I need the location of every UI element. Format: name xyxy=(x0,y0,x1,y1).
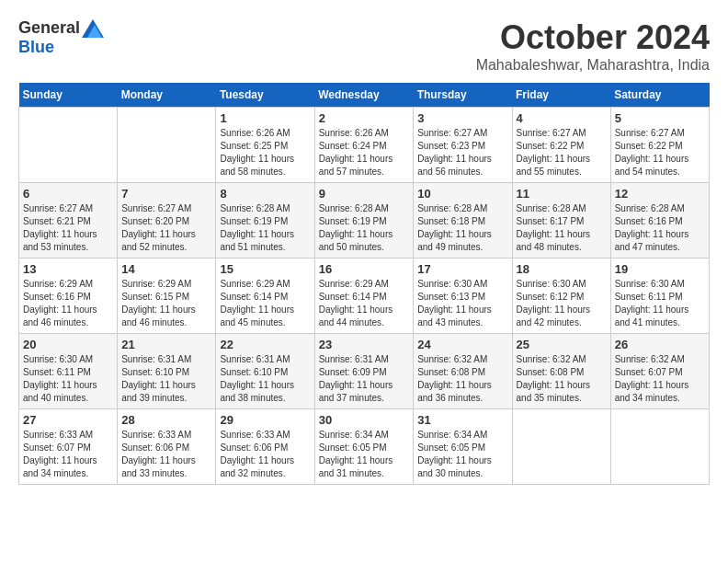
day-info: Sunrise: 6:27 AM Sunset: 6:23 PM Dayligh… xyxy=(417,127,507,178)
calendar-cell: 11Sunrise: 6:28 AM Sunset: 6:17 PM Dayli… xyxy=(512,183,610,259)
day-number: 10 xyxy=(417,187,507,201)
calendar-cell: 1Sunrise: 6:26 AM Sunset: 6:25 PM Daylig… xyxy=(216,108,314,183)
month-title: October 2024 xyxy=(476,18,710,57)
calendar-cell: 3Sunrise: 6:27 AM Sunset: 6:23 PM Daylig… xyxy=(414,108,512,183)
calendar-cell: 27Sunrise: 6:33 AM Sunset: 6:07 PM Dayli… xyxy=(19,409,118,485)
header-saturday: Saturday xyxy=(610,83,709,108)
day-info: Sunrise: 6:32 AM Sunset: 6:07 PM Dayligh… xyxy=(615,353,705,405)
day-number: 5 xyxy=(615,111,705,125)
day-number: 24 xyxy=(417,338,507,351)
day-info: Sunrise: 6:28 AM Sunset: 6:18 PM Dayligh… xyxy=(417,202,507,254)
calendar-cell: 28Sunrise: 6:33 AM Sunset: 6:06 PM Dayli… xyxy=(118,409,216,485)
day-info: Sunrise: 6:33 AM Sunset: 6:06 PM Dayligh… xyxy=(220,429,310,480)
week-row-3: 13Sunrise: 6:29 AM Sunset: 6:16 PM Dayli… xyxy=(19,259,710,334)
day-info: Sunrise: 6:28 AM Sunset: 6:19 PM Dayligh… xyxy=(220,202,310,254)
day-number: 2 xyxy=(319,111,410,125)
calendar-cell: 13Sunrise: 6:29 AM Sunset: 6:16 PM Dayli… xyxy=(19,259,118,334)
header-monday: Monday xyxy=(118,83,216,108)
calendar-cell: 31Sunrise: 6:34 AM Sunset: 6:05 PM Dayli… xyxy=(414,409,512,485)
day-number: 22 xyxy=(220,338,310,351)
day-number: 29 xyxy=(220,413,310,427)
day-info: Sunrise: 6:34 AM Sunset: 6:05 PM Dayligh… xyxy=(417,429,507,480)
calendar-cell: 26Sunrise: 6:32 AM Sunset: 6:07 PM Dayli… xyxy=(610,334,709,409)
calendar-cell: 7Sunrise: 6:27 AM Sunset: 6:20 PM Daylig… xyxy=(118,183,216,259)
day-info: Sunrise: 6:26 AM Sunset: 6:25 PM Dayligh… xyxy=(220,127,310,178)
day-number: 16 xyxy=(319,262,410,276)
calendar-cell: 16Sunrise: 6:29 AM Sunset: 6:14 PM Dayli… xyxy=(314,259,414,334)
day-number: 11 xyxy=(517,187,607,201)
calendar-body: 1Sunrise: 6:26 AM Sunset: 6:25 PM Daylig… xyxy=(19,108,710,485)
header-thursday: Thursday xyxy=(414,83,512,108)
calendar-cell: 17Sunrise: 6:30 AM Sunset: 6:13 PM Dayli… xyxy=(414,259,512,334)
days-of-week-row: Sunday Monday Tuesday Wednesday Thursday… xyxy=(19,83,710,108)
calendar-cell: 15Sunrise: 6:29 AM Sunset: 6:14 PM Dayli… xyxy=(216,259,314,334)
logo-blue-text: Blue xyxy=(18,38,54,57)
calendar-cell: 9Sunrise: 6:28 AM Sunset: 6:19 PM Daylig… xyxy=(314,183,414,259)
calendar-cell: 24Sunrise: 6:32 AM Sunset: 6:08 PM Dayli… xyxy=(414,334,512,409)
day-number: 25 xyxy=(517,338,607,351)
day-info: Sunrise: 6:26 AM Sunset: 6:24 PM Dayligh… xyxy=(319,127,410,178)
day-number: 8 xyxy=(220,187,310,201)
day-info: Sunrise: 6:31 AM Sunset: 6:09 PM Dayligh… xyxy=(319,353,410,405)
day-info: Sunrise: 6:30 AM Sunset: 6:13 PM Dayligh… xyxy=(417,278,507,329)
day-info: Sunrise: 6:32 AM Sunset: 6:08 PM Dayligh… xyxy=(417,353,507,405)
page-header: General Blue October 2024 Mahabaleshwar,… xyxy=(18,18,710,74)
day-info: Sunrise: 6:34 AM Sunset: 6:05 PM Dayligh… xyxy=(319,429,410,480)
day-number: 15 xyxy=(220,262,310,276)
day-number: 18 xyxy=(517,262,607,276)
day-info: Sunrise: 6:29 AM Sunset: 6:14 PM Dayligh… xyxy=(220,278,310,329)
calendar-cell: 23Sunrise: 6:31 AM Sunset: 6:09 PM Dayli… xyxy=(314,334,414,409)
week-row-5: 27Sunrise: 6:33 AM Sunset: 6:07 PM Dayli… xyxy=(19,409,710,485)
week-row-1: 1Sunrise: 6:26 AM Sunset: 6:25 PM Daylig… xyxy=(19,108,710,183)
calendar-header: Sunday Monday Tuesday Wednesday Thursday… xyxy=(19,83,710,108)
day-info: Sunrise: 6:28 AM Sunset: 6:19 PM Dayligh… xyxy=(319,202,410,254)
calendar-cell xyxy=(118,108,216,183)
day-info: Sunrise: 6:30 AM Sunset: 6:12 PM Dayligh… xyxy=(517,278,607,329)
day-number: 3 xyxy=(417,111,507,125)
day-info: Sunrise: 6:29 AM Sunset: 6:15 PM Dayligh… xyxy=(121,278,211,329)
day-number: 28 xyxy=(121,413,211,427)
day-number: 7 xyxy=(121,187,211,201)
calendar-cell: 25Sunrise: 6:32 AM Sunset: 6:08 PM Dayli… xyxy=(512,334,610,409)
day-info: Sunrise: 6:33 AM Sunset: 6:06 PM Dayligh… xyxy=(121,429,211,480)
week-row-2: 6Sunrise: 6:27 AM Sunset: 6:21 PM Daylig… xyxy=(19,183,710,259)
calendar-cell: 5Sunrise: 6:27 AM Sunset: 6:22 PM Daylig… xyxy=(610,108,709,183)
calendar-cell xyxy=(512,409,610,485)
calendar-cell: 29Sunrise: 6:33 AM Sunset: 6:06 PM Dayli… xyxy=(216,409,314,485)
day-info: Sunrise: 6:29 AM Sunset: 6:16 PM Dayligh… xyxy=(23,278,113,329)
day-number: 31 xyxy=(417,413,507,427)
logo-general-text: General xyxy=(18,18,80,38)
calendar-cell: 12Sunrise: 6:28 AM Sunset: 6:16 PM Dayli… xyxy=(610,183,709,259)
calendar-table: Sunday Monday Tuesday Wednesday Thursday… xyxy=(18,83,710,485)
day-number: 26 xyxy=(615,338,705,351)
calendar-cell: 4Sunrise: 6:27 AM Sunset: 6:22 PM Daylig… xyxy=(512,108,610,183)
calendar-cell: 30Sunrise: 6:34 AM Sunset: 6:05 PM Dayli… xyxy=(314,409,414,485)
calendar-cell: 10Sunrise: 6:28 AM Sunset: 6:18 PM Dayli… xyxy=(414,183,512,259)
day-number: 14 xyxy=(121,262,211,276)
header-sunday: Sunday xyxy=(19,83,118,108)
calendar-cell: 6Sunrise: 6:27 AM Sunset: 6:21 PM Daylig… xyxy=(19,183,118,259)
calendar-cell: 20Sunrise: 6:30 AM Sunset: 6:11 PM Dayli… xyxy=(19,334,118,409)
calendar-cell: 22Sunrise: 6:31 AM Sunset: 6:10 PM Dayli… xyxy=(216,334,314,409)
day-number: 23 xyxy=(319,338,410,351)
day-number: 6 xyxy=(23,187,113,201)
day-info: Sunrise: 6:27 AM Sunset: 6:21 PM Dayligh… xyxy=(23,202,113,254)
day-number: 4 xyxy=(517,111,607,125)
calendar-cell: 14Sunrise: 6:29 AM Sunset: 6:15 PM Dayli… xyxy=(118,259,216,334)
calendar-cell: 8Sunrise: 6:28 AM Sunset: 6:19 PM Daylig… xyxy=(216,183,314,259)
day-number: 21 xyxy=(121,338,211,351)
day-info: Sunrise: 6:31 AM Sunset: 6:10 PM Dayligh… xyxy=(121,353,211,405)
calendar-cell: 18Sunrise: 6:30 AM Sunset: 6:12 PM Dayli… xyxy=(512,259,610,334)
day-info: Sunrise: 6:30 AM Sunset: 6:11 PM Dayligh… xyxy=(23,353,113,405)
header-tuesday: Tuesday xyxy=(216,83,314,108)
week-row-4: 20Sunrise: 6:30 AM Sunset: 6:11 PM Dayli… xyxy=(19,334,710,409)
title-section: October 2024 Mahabaleshwar, Maharashtra,… xyxy=(476,18,710,74)
day-info: Sunrise: 6:33 AM Sunset: 6:07 PM Dayligh… xyxy=(23,429,113,480)
day-info: Sunrise: 6:28 AM Sunset: 6:17 PM Dayligh… xyxy=(517,202,607,254)
header-wednesday: Wednesday xyxy=(314,83,414,108)
day-number: 27 xyxy=(23,413,113,427)
day-number: 1 xyxy=(220,111,310,125)
day-number: 30 xyxy=(319,413,410,427)
day-number: 20 xyxy=(23,338,113,351)
day-info: Sunrise: 6:27 AM Sunset: 6:20 PM Dayligh… xyxy=(121,202,211,254)
